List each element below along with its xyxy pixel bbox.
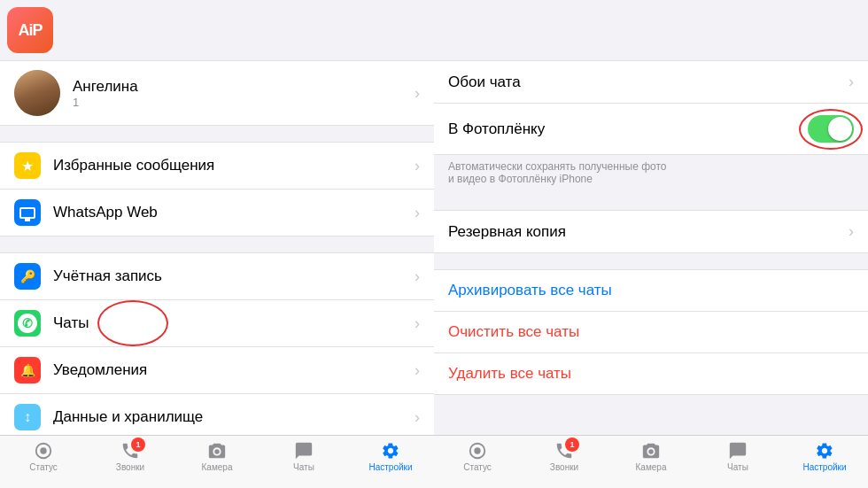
profile-subtitle: 1 xyxy=(73,96,415,109)
svg-point-5 xyxy=(648,449,654,454)
action-clear-all[interactable]: Очистить все чаты xyxy=(434,312,868,353)
tab-camera-left[interactable]: Камера xyxy=(174,441,260,472)
account-label: Учётная запись xyxy=(53,267,415,285)
tab-settings-right[interactable]: Настройки xyxy=(781,441,868,472)
right-item-backup[interactable]: Резервная копия › xyxy=(434,211,868,252)
photolibrary-label: В Фотоплёнку xyxy=(448,120,808,138)
monitor-icon xyxy=(19,207,35,219)
menu-item-starred[interactable]: ★ Избранные сообщения › xyxy=(0,143,434,190)
starred-chevron: › xyxy=(415,157,420,175)
section-gap-2 xyxy=(434,253,868,269)
chats-label: Чаты xyxy=(53,314,415,332)
calls-icon-right: 1 xyxy=(553,441,576,461)
starred-label: Избранные сообщения xyxy=(53,157,415,174)
status-icon-right xyxy=(466,441,489,461)
right-group-1: Обои чата › В Фотоплёнку xyxy=(434,60,868,155)
tab-camera-label-right: Камера xyxy=(636,462,667,472)
camera-icon-right xyxy=(639,441,663,461)
tab-settings-left[interactable]: Настройки xyxy=(347,441,434,472)
svg-point-2 xyxy=(214,449,220,454)
aip-logo: AiP xyxy=(7,7,53,53)
whatsapp-symbol: ✆ xyxy=(22,316,33,330)
profile-row[interactable]: Ангелина 1 › xyxy=(0,60,434,126)
right-item-photolibrary[interactable]: В Фотоплёнку xyxy=(434,104,868,154)
tab-status-right[interactable]: Статус xyxy=(434,441,521,472)
menu-item-data[interactable]: ↕ Данные и хранилище › xyxy=(0,394,434,440)
photolibrary-subtext: Автоматически сохранять полученные фотои… xyxy=(434,155,868,194)
account-chevron: › xyxy=(415,267,420,286)
wallpaper-label: Обои чата xyxy=(448,74,849,91)
action-delete-all[interactable]: Удалить все чаты xyxy=(434,353,868,394)
svg-point-4 xyxy=(474,447,480,453)
tab-status-left[interactable]: Статус xyxy=(0,441,87,472)
photolibrary-toggle[interactable] xyxy=(808,115,854,143)
menu-group-2: 🔑 Учётная запись › ✆ Чаты › 🔔 xyxy=(0,252,434,441)
clear-all-label: Очистить все чаты xyxy=(448,323,579,341)
settings-icon-left xyxy=(379,441,402,461)
settings-icon-right xyxy=(813,441,836,461)
chats-chevron: › xyxy=(415,314,420,333)
list-group-1: ★ Избранные сообщения › WhatsApp Web › xyxy=(0,142,434,236)
camera-icon xyxy=(205,441,229,461)
chats-tab-icon-right xyxy=(726,441,749,461)
backup-chevron: › xyxy=(849,222,854,241)
status-icon xyxy=(32,441,55,461)
whatsapp-icon-bg: ✆ xyxy=(14,310,41,337)
right-item-wallpaper[interactable]: Обои чата › xyxy=(434,61,868,104)
menu-group-1: ★ Избранные сообщения › WhatsApp Web › xyxy=(0,142,434,236)
calls-icon: 1 xyxy=(119,441,142,461)
whatsapp-web-chevron: › xyxy=(415,204,420,222)
avatar xyxy=(14,70,60,116)
calls-badge-right: 1 xyxy=(565,438,579,452)
whatsapp-circle: ✆ xyxy=(18,314,37,333)
menu-item-chats[interactable]: ✆ Чаты › xyxy=(0,300,434,347)
tab-status-label-right: Статус xyxy=(463,462,492,472)
key-icon-bg: 🔑 xyxy=(14,263,41,290)
tab-camera-right[interactable]: Камера xyxy=(608,441,694,472)
tab-calls-left[interactable]: 1 Звонки xyxy=(87,441,174,472)
right-panel: Обои чата › В Фотоплёнку Автоматически с… xyxy=(434,0,868,488)
tab-calls-label-right: Звонки xyxy=(550,462,578,472)
profile-name: Ангелина xyxy=(73,78,415,96)
tab-camera-label-left: Камера xyxy=(202,462,233,472)
monitor-icon-bg xyxy=(14,199,41,226)
menu-item-whatsapp-web[interactable]: WhatsApp Web › xyxy=(0,190,434,236)
star-icon-bg: ★ xyxy=(14,152,41,179)
tab-settings-label-right: Настройки xyxy=(802,462,846,472)
tab-chats-label-left: Чаты xyxy=(293,462,314,472)
menu-item-notifications[interactable]: 🔔 Уведомления › xyxy=(0,347,434,394)
profile-chevron: › xyxy=(415,84,420,103)
svg-point-1 xyxy=(40,447,46,453)
tab-chats-right[interactable]: Чаты xyxy=(694,441,781,472)
data-label: Данные и хранилище xyxy=(53,408,415,426)
right-group-2: Резервная копия › xyxy=(434,210,868,253)
left-tab-bar: Статус 1 Звонки Камера Чаты xyxy=(0,435,434,488)
tab-settings-label-left: Настройки xyxy=(368,462,412,472)
photolibrary-toggle-wrap xyxy=(808,115,854,143)
left-panel: AiP Ангелина 1 › ★ Избранные сообщения › xyxy=(0,0,434,488)
whatsapp-web-label: WhatsApp Web xyxy=(53,204,415,221)
wallpaper-chevron: › xyxy=(849,73,854,91)
calls-badge: 1 xyxy=(131,438,145,452)
tab-chats-left[interactable]: Чаты xyxy=(260,441,347,472)
action-archive-all[interactable]: Архивировать все чаты xyxy=(434,270,868,312)
toggle-thumb xyxy=(828,117,852,141)
list-group-2: 🔑 Учётная запись › ✆ Чаты › 🔔 xyxy=(0,252,434,441)
data-chevron: › xyxy=(415,408,420,427)
tab-status-label-left: Статус xyxy=(29,462,58,472)
archive-all-label: Архивировать все чаты xyxy=(448,282,612,299)
tab-calls-label-left: Звонки xyxy=(116,462,144,472)
notifications-chevron: › xyxy=(415,361,420,380)
section-gap-1 xyxy=(434,194,868,210)
tab-calls-right[interactable]: 1 Звонки xyxy=(521,441,608,472)
menu-item-account[interactable]: 🔑 Учётная запись › xyxy=(0,253,434,300)
chats-tab-icon xyxy=(292,441,315,461)
tab-chats-label-right: Чаты xyxy=(727,462,748,472)
delete-all-label: Удалить все чаты xyxy=(448,365,571,383)
data-icon-bg: ↕ xyxy=(14,404,41,430)
right-tab-bar: Статус 1 Звонки Камера Чаты xyxy=(434,435,868,488)
bell-icon-bg: 🔔 xyxy=(14,357,41,383)
profile-info: Ангелина 1 xyxy=(73,78,415,109)
notifications-label: Уведомления xyxy=(53,361,415,379)
backup-label: Резервная копия xyxy=(448,223,849,241)
